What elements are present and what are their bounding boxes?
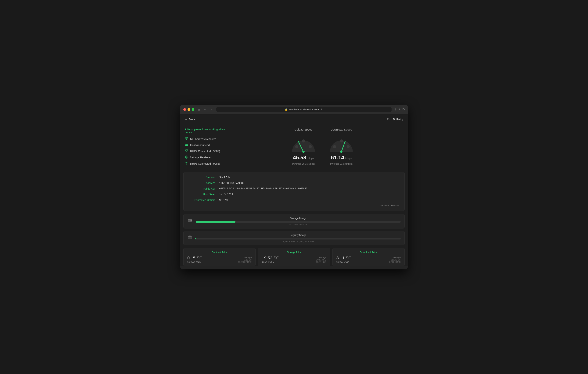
- wifi-icon-3: [185, 162, 188, 165]
- upload-speed-unit: Mbps: [307, 157, 314, 160]
- uptime-value: 95.87%: [219, 199, 228, 202]
- db-icon: [187, 235, 192, 241]
- back-arrow-icon: ←: [185, 118, 188, 121]
- storage-price-card: Storage Price 19.52 SC $0.065 USD Averag…: [258, 248, 330, 266]
- contract-price-main: 0.15 SC $0.0005 USD: [187, 256, 202, 263]
- svg-point-19: [188, 235, 192, 237]
- storage-usage-content: Storage Usage 5.22 TB / 26.84 TB: [196, 217, 401, 226]
- svg-point-3: [295, 145, 298, 148]
- storage-price-usd: $0.065 USD: [262, 260, 279, 263]
- reload-icon[interactable]: ↻: [321, 108, 323, 111]
- download-speed-value: 61.14: [331, 155, 344, 161]
- contract-price-card: Contract Price 0.15 SC $0.0005 USD Avera…: [183, 248, 256, 266]
- storage-price-sc: 19.52 SC: [262, 256, 279, 260]
- storage-price-title: Storage Price: [262, 251, 326, 254]
- download-speed-avg: (Average 21.63 Mbps): [330, 162, 353, 165]
- contract-avg-usd: $0.00052 USD: [238, 261, 252, 263]
- download-avg-usd: $2.054 USD: [389, 261, 401, 263]
- check-item-host-announced: Host Announced: [185, 143, 233, 147]
- wifi-icon-1: [185, 137, 188, 141]
- download-price-sc: 8.11 SC: [336, 256, 352, 260]
- url-text: troubleshoot.siacentral.com: [289, 108, 319, 111]
- download-speed-title: Download Speed: [331, 128, 352, 131]
- download-gauge: [326, 134, 357, 153]
- forward-nav-icon[interactable]: →: [209, 108, 214, 111]
- check-item-settings: Settings Retrieved: [185, 156, 233, 159]
- browser-window: ⊞ ← → 🔒 troubleshoot.siacentral.com ↻ ⬆ …: [180, 105, 408, 269]
- check-label-rhp2: RHP2 Connected (:9982): [190, 150, 220, 153]
- new-tab-icon[interactable]: +: [399, 108, 400, 111]
- retry-label: Retry: [396, 118, 403, 121]
- host-info-box: Version Sia 1.5.9 Address 176.160.108.34…: [183, 172, 405, 211]
- settings-icon[interactable]: ⚙: [387, 117, 390, 121]
- svg-rect-1: [185, 144, 188, 145]
- main-area: All tests passed! Host working with no i…: [180, 124, 408, 172]
- svg-point-18: [188, 237, 192, 239]
- page-content: ← Back ⚙ ↻ Retry All tests passed! Host …: [180, 114, 408, 266]
- contract-price-sc: 0.15 SC: [187, 256, 202, 260]
- back-button[interactable]: ← Back: [185, 118, 195, 121]
- price-cards: Contract Price 0.15 SC $0.0005 USD Avera…: [183, 248, 405, 266]
- tab-overview-icon[interactable]: ⧉: [403, 108, 405, 111]
- pubkey-label: Public Key: [189, 187, 219, 190]
- back-nav-icon[interactable]: ←: [203, 108, 208, 111]
- check-label-rhp3: RHP3 Connected (:9983): [190, 162, 220, 165]
- top-bar-right: ⚙ ↻ Retry: [387, 117, 403, 121]
- siastats-link[interactable]: ↗ view on SiaStats: [189, 204, 399, 207]
- check-label-settings: Settings Retrieved: [190, 156, 211, 159]
- version-value: Sia 1.5.9: [219, 176, 230, 179]
- address-value: 176.160.108.34:9982: [219, 182, 244, 184]
- upload-speed-title: Upload Speed: [294, 128, 312, 131]
- storage-avg-usd: $0.69 USD: [316, 261, 326, 263]
- address-label: Address: [189, 182, 219, 184]
- svg-rect-2: [185, 145, 188, 146]
- siastats-label: view on SiaStats: [382, 204, 399, 207]
- storage-avg-sc: 208.13 SC: [316, 259, 326, 261]
- uptime-label: Estimated Uptime: [189, 199, 219, 202]
- hdd-icon: [187, 219, 193, 224]
- svg-point-8: [333, 145, 336, 148]
- storage-usage-bar-fill: [196, 221, 235, 223]
- pubkey-row: Public Key ed25519:6a7f62c1485ed433153c2…: [189, 187, 399, 190]
- svg-point-9: [347, 145, 350, 148]
- check-item-rhp2: RHP2 Connected (:9982): [185, 150, 233, 153]
- wifi-icon-2: [185, 150, 188, 153]
- window-control-icon[interactable]: ⊞: [197, 108, 201, 111]
- registry-usage-bar-fill: [195, 238, 196, 239]
- download-price-card: Download Price 8.11 SC $0.027 USD Averag…: [332, 248, 405, 266]
- speed-panels: Upload Speed: [237, 124, 408, 172]
- retry-button[interactable]: ↻ Retry: [393, 118, 403, 121]
- external-link-icon: ↗: [380, 204, 382, 207]
- check-item-net-address: Net Address Resolved: [185, 137, 233, 141]
- gear-icon-1: [185, 156, 188, 159]
- contract-price-body: 0.15 SC $0.0005 USD Average 0.16 SC $0.0…: [187, 256, 252, 263]
- close-button[interactable]: [183, 108, 186, 111]
- back-label: Back: [189, 118, 195, 121]
- top-bar: ← Back ⚙ ↻ Retry: [180, 114, 408, 124]
- version-row: Version Sia 1.5.9: [189, 176, 399, 179]
- storage-usage-bar-bg: [196, 221, 401, 223]
- svg-point-4: [309, 145, 312, 148]
- version-label: Version: [189, 176, 219, 179]
- download-price-body: 8.11 SC $0.027 USD Average 616.73 SC $2.…: [336, 256, 401, 263]
- fullscreen-button[interactable]: [192, 108, 194, 111]
- download-price-avg: Average 616.73 SC $2.054 USD: [389, 256, 401, 263]
- download-speed-panel: Download Speed 61.14: [326, 128, 357, 168]
- address-bar[interactable]: 🔒 troubleshoot.siacentral.com ↻: [216, 107, 392, 112]
- minimize-button[interactable]: [188, 108, 190, 111]
- check-label-host-announced: Host Announced: [190, 144, 210, 147]
- storage-usage-title: Storage Usage: [196, 217, 401, 220]
- storage-price-body: 19.52 SC $0.065 USD Average 208.13 SC $0…: [262, 256, 326, 263]
- share-icon[interactable]: ⬆: [394, 108, 396, 111]
- upload-speed-panel: Upload Speed: [288, 128, 319, 168]
- pubkey-value: ed25519:6a7f62c1485ed433153c24c201515a4a…: [219, 187, 307, 190]
- registry-usage-content: Registry Usage 59,372 entries / 15,625,0…: [195, 234, 401, 243]
- storage-usage-section: Storage Usage 5.22 TB / 26.84 TB: [183, 214, 405, 228]
- firstseen-label: First Seen: [189, 193, 219, 196]
- check-item-rhp3: RHP3 Connected (:9983): [185, 162, 233, 165]
- download-price-title: Download Price: [336, 251, 401, 254]
- status-message: All tests passed! Host working with no i…: [185, 128, 233, 134]
- svg-point-10: [340, 139, 343, 142]
- contract-avg-sc: 0.16 SC: [244, 259, 252, 261]
- lock-icon: 🔒: [285, 108, 288, 111]
